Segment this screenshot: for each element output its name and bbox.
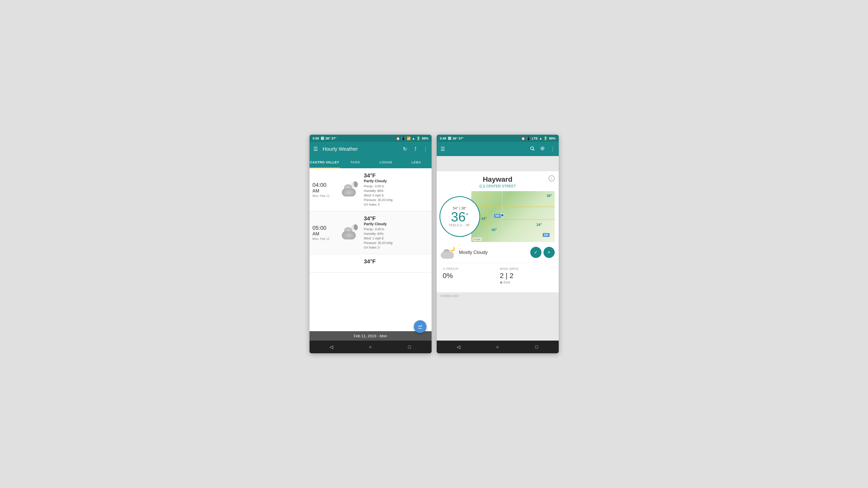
share-icon[interactable]: ⤴	[412, 146, 418, 152]
location-icon-right[interactable]	[539, 146, 546, 152]
time-col-0400: 04:00 AM Mon, Feb 11	[313, 182, 338, 198]
tab-logan[interactable]: LOGAN	[371, 156, 401, 168]
forecast-area	[437, 300, 559, 340]
svg-line-2	[533, 149, 534, 151]
date-0500: Mon, Feb 11	[313, 237, 338, 241]
weather-row-0500: 05:00 AM Mon, Feb 11 34°F Partly Cloudy …	[310, 211, 432, 254]
more-icon-left[interactable]: ⋮	[423, 146, 429, 152]
home-button-left[interactable]: ○	[367, 345, 374, 350]
alarm-icon-right: ⏰	[521, 136, 525, 140]
temp-range-right: 36° 37°	[453, 136, 464, 140]
uv-0500: UV Index: 0	[364, 245, 429, 250]
battery-icon: 🔋	[416, 136, 421, 140]
signal-icon: ▲	[412, 136, 415, 140]
nav-bar-left: ◁ ○ □	[310, 340, 432, 353]
tab-castro-valley[interactable]: CASTRO VALLEY	[310, 156, 340, 168]
wifi-icon: 📶	[407, 136, 411, 140]
google-logo: Google	[472, 238, 482, 241]
weather-row-0600-partial: 34°F	[310, 254, 432, 273]
svg-point-4	[541, 147, 544, 150]
location-subtitle: ((·)) CENTER STREET	[441, 184, 555, 188]
chart-fab[interactable]	[414, 320, 427, 333]
status-bar-left: 3:50 🖼 36° 37° ⏰ 📳 📶 ▲ 🔋 99%	[310, 135, 432, 142]
recent-button-left[interactable]: □	[406, 345, 413, 350]
menu-icon-left[interactable]: ☰	[313, 146, 319, 152]
recent-button-right[interactable]: □	[533, 345, 540, 350]
details-col-0400: 34°F Partly Cloudy Precip.: 0.00 in Humi…	[361, 172, 429, 207]
uv-0400: UV Index: 0	[364, 202, 429, 207]
search-icon-right[interactable]	[529, 146, 535, 152]
svg-point-3	[542, 148, 543, 149]
temperature-circle: 54° | 38° 36 ° FEELS LI... 36°	[439, 196, 480, 237]
condition-icon: 🌙	[441, 246, 456, 259]
time-right: 3:49	[440, 136, 446, 140]
more-icon-right[interactable]: ⋮	[550, 146, 556, 152]
map-temp-row: 54° | 38° 36 ° FEELS LI... 36°	[441, 191, 555, 242]
location-card: Hayward ((·)) CENTER STREET i 54° | 38° …	[437, 171, 559, 292]
partly-cloudy-icon-1	[341, 224, 358, 241]
details-col-0600: 34°F	[361, 258, 429, 265]
humidity-0400: Humidity: 86%	[364, 189, 429, 193]
icon-col-0400	[338, 181, 361, 198]
feels-like: FEELS LI... 36°	[449, 223, 470, 227]
lte-label: LTE	[532, 136, 538, 140]
precip-0400: Precip.: 0.00 in	[364, 184, 429, 189]
map-temp-40: 40°	[492, 228, 497, 232]
humidity-0500: Humidity: 84%	[364, 232, 429, 236]
back-button-right[interactable]: ◁	[455, 344, 462, 350]
check-button[interactable]: ✓	[530, 247, 541, 258]
precip-icon: ↻	[443, 267, 445, 271]
city-name: Hayward	[441, 175, 555, 184]
wind-0500: Wind: 1 mph E	[364, 236, 429, 241]
precip-stat: ↻ PRECIP 0%	[441, 267, 498, 284]
nav-bar-right: ◁ ○ □	[437, 340, 559, 353]
details-col-0500: 34°F Partly Cloudy Precip.: 0.00 in Humi…	[361, 215, 429, 250]
wind-dir-icon: ◉	[500, 280, 502, 284]
right-phone: 3:49 🖼 36° 37° ⏰ 📳 LTE ▲ 🔋 99% ☰	[437, 135, 559, 353]
current-temp-display: 36 °	[451, 210, 468, 223]
map-temp-42: 42°	[482, 217, 487, 221]
app-bar-left: ☰ Hourly Weather ↻ ⤴ ⋮	[310, 142, 432, 156]
status-bar-right: 3:49 🖼 36° 37° ⏰ 📳 LTE ▲ 🔋 99%	[437, 135, 559, 142]
weather-row-0400: 04:00 AM Mon, Feb 11 34°F Partly Cloudy …	[310, 168, 432, 211]
home-button-right[interactable]: ○	[494, 345, 501, 350]
temp-unit: °	[466, 210, 468, 219]
status-icon-image: 🖼	[321, 136, 324, 140]
vibrate-icon-right: 📳	[526, 136, 530, 140]
temp-0400: 34°F	[364, 172, 429, 179]
wind-direction: ◉ East	[500, 280, 553, 284]
forecast-section-label: FORECAST	[437, 292, 559, 300]
action-buttons: ✓ +	[530, 247, 555, 258]
weather-list: 04:00 AM Mon, Feb 11 34°F Partly Cloudy …	[310, 168, 432, 331]
map-temp-36: 36°	[547, 194, 552, 198]
back-button-left[interactable]: ◁	[328, 344, 335, 350]
condition-0400: Partly Cloudy	[364, 179, 429, 183]
temp-range-left: 36° 37°	[326, 136, 337, 140]
temp-0500: 34°F	[364, 215, 429, 222]
icon-col-0500	[338, 224, 361, 241]
map-temp-34: 34°	[536, 223, 542, 227]
refresh-icon[interactable]: ↻	[402, 146, 408, 152]
battery-pct-right: 99%	[549, 136, 555, 140]
app-bar-right: ☰ ⋮	[437, 142, 559, 156]
battery-icon-right: 🔋	[544, 136, 548, 140]
wind-label: WIND [MPH]	[500, 267, 553, 271]
time-left: 3:50	[313, 136, 319, 140]
tab-taos[interactable]: TAOS	[340, 156, 371, 168]
hour-0500: 05:00	[313, 225, 338, 231]
signal-icon-right: ▲	[539, 136, 542, 140]
ampm-0500: AM	[313, 231, 338, 237]
precip-label: ↻ PRECIP	[443, 267, 496, 271]
weather-map[interactable]: 580 280 36° 42° 40° 34° Google	[471, 191, 555, 242]
plus-button[interactable]: +	[544, 247, 555, 258]
partly-cloudy-icon-0	[341, 181, 358, 198]
info-icon[interactable]: i	[549, 175, 555, 182]
app-title: Hourly Weather	[323, 146, 398, 152]
condition-text: Mostly Cloudy	[459, 250, 527, 255]
tab-leba[interactable]: LEBA	[401, 156, 432, 168]
date-footer: Feb 11, 2019 - Mon	[310, 331, 432, 340]
date-0400: Mon, Feb 11	[313, 194, 338, 198]
ad-banner	[437, 156, 559, 171]
menu-icon-right[interactable]: ☰	[440, 146, 446, 152]
highway-badge-580: 580	[494, 214, 501, 218]
